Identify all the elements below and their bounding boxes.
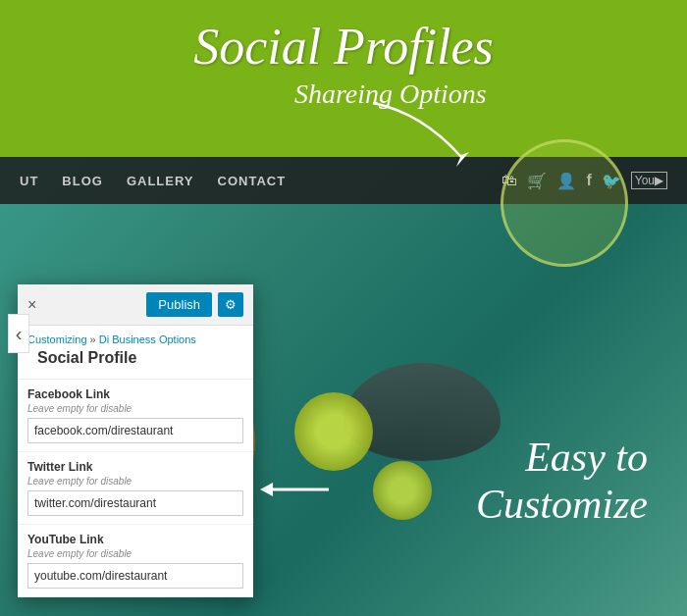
breadcrumb-sep: » (87, 334, 99, 345)
nav-links: UT BLOG GALLERY CONTACT (20, 174, 286, 188)
lime-1 (294, 392, 373, 471)
sharing-circle-highlight (501, 139, 628, 267)
left-arrow-annotation (255, 475, 334, 508)
breadcrumb-customizing[interactable]: Customizing (27, 334, 87, 345)
youtube-field-group: YouTube Link Leave empty for disable (18, 525, 253, 597)
youtube-input[interactable] (27, 563, 243, 589)
panel-close-button[interactable]: × (27, 296, 36, 314)
twitter-input[interactable] (27, 490, 243, 516)
facebook-input[interactable] (27, 418, 243, 443)
youtube-icon[interactable]: You▶ (631, 172, 667, 189)
panel-back-button[interactable]: ‹ (8, 314, 29, 353)
panel-body: Facebook Link Leave empty for disable Tw… (18, 380, 253, 597)
nav-item-blog[interactable]: BLOG (62, 174, 103, 188)
panel-breadcrumb: Customizing » Di Business Options Social… (18, 326, 253, 380)
twitter-hint: Leave empty for disable (27, 476, 243, 487)
arrow-annotation (363, 93, 481, 176)
panel-section-title: Social Profile (27, 345, 243, 375)
publish-button[interactable]: Publish (146, 292, 212, 317)
easy-line2: Customize (476, 481, 648, 528)
customizer-panel: × Publish ⚙ Customizing » Di Business Op… (18, 284, 253, 597)
twitter-label: Twitter Link (27, 460, 243, 474)
youtube-label: YouTube Link (27, 533, 243, 546)
gear-button[interactable]: ⚙ (218, 292, 243, 317)
svg-marker-2 (260, 483, 273, 496)
breadcrumb-di-business[interactable]: Di Business Options (99, 334, 196, 345)
nav-item-contact[interactable]: CONTACT (218, 174, 287, 188)
nav-item-ut[interactable]: UT (20, 174, 38, 188)
nav-item-gallery[interactable]: GALLERY (127, 174, 194, 188)
youtube-hint: Leave empty for disable (27, 548, 243, 559)
lime-2 (373, 461, 432, 520)
facebook-hint: Leave empty for disable (27, 403, 243, 414)
twitter-field-group: Twitter Link Leave empty for disable (18, 452, 253, 525)
easy-line1: Easy to (476, 434, 648, 481)
easy-customize-text: Easy to Customize (476, 434, 648, 528)
facebook-label: Facebook Link (27, 387, 243, 401)
main-title: Social Profiles (0, 18, 687, 76)
panel-header-actions: Publish ⚙ (146, 292, 243, 317)
panel-header: × Publish ⚙ (18, 284, 253, 326)
facebook-field-group: Facebook Link Leave empty for disable (18, 380, 253, 452)
